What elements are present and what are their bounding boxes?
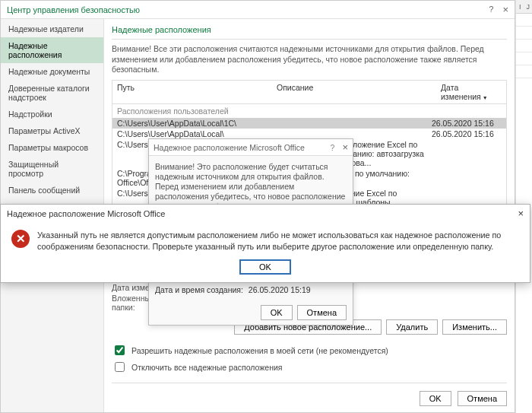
dialog-footer: OK Отмена <box>112 388 507 406</box>
disable-all-check[interactable]: Отключить все надежные расположения <box>112 360 507 374</box>
error-close-icon[interactable]: × <box>518 208 524 218</box>
sidebar-item[interactable]: Панель сообщений <box>1 182 103 199</box>
sub-close-icon[interactable]: × <box>342 142 348 152</box>
edit-button[interactable]: Изменить... <box>442 319 507 335</box>
allow-network-check[interactable]: Разрешить надежные расположения в моей с… <box>112 343 507 357</box>
ok-button[interactable]: OK <box>420 391 451 406</box>
list-header[interactable]: Путь Описание Дата изменения <box>112 81 506 104</box>
close-icon[interactable]: × <box>502 5 508 14</box>
window-title: Центр управления безопасностью <box>7 5 489 14</box>
options-checks: Разрешить надежные расположения в моей с… <box>112 341 507 376</box>
sidebar-item[interactable]: Надежные расположения <box>1 37 103 63</box>
sidebar-item[interactable]: Надежные издатели <box>1 21 103 37</box>
remove-button[interactable]: Удалить <box>386 319 438 335</box>
allow-network-checkbox[interactable] <box>115 345 125 355</box>
section-heading: Надежные расположения <box>112 25 507 34</box>
cancel-button[interactable]: Отмена <box>458 391 507 406</box>
error-icon: ✕ <box>11 230 30 248</box>
error-text: Указанный путь не является допустимым ра… <box>37 230 519 252</box>
sidebar-item[interactable]: Доверенные каталоги надстроек <box>1 80 103 106</box>
sub-ok-button[interactable]: OK <box>261 305 293 320</box>
sidebar-item[interactable]: Параметры ActiveX <box>1 122 103 139</box>
list-row[interactable]: C:\Users\User\AppData\Local\26.05.2020 1… <box>112 129 506 139</box>
list-row[interactable]: C:\Users\User\AppData\Local\1C\26.05.202… <box>112 118 506 129</box>
sub-dialog-title: Надежное расположение Microsoft Office <box>154 143 331 152</box>
col-desc: Описание <box>272 81 436 103</box>
disable-all-checkbox[interactable] <box>115 362 125 372</box>
sub-cancel-button[interactable]: Отмена <box>297 305 347 320</box>
help-icon[interactable]: ? <box>489 5 493 14</box>
sub-created-value: 26.05.2020 15:19 <box>249 285 311 294</box>
error-title: Надежное расположение Microsoft Office <box>7 209 518 218</box>
error-ok-button[interactable]: OK <box>239 259 291 275</box>
col-path: Путь <box>112 81 272 103</box>
sidebar-item[interactable]: Надстройки <box>1 106 103 122</box>
titlebar: Центр управления безопасностью ? × <box>1 1 515 19</box>
sub-help-icon[interactable]: ? <box>331 143 335 152</box>
section-warning: Внимание! Все эти расположения считаются… <box>112 44 507 75</box>
error-dialog: Надежное расположение Microsoft Office ×… <box>0 204 530 283</box>
sidebar-item[interactable]: Параметры макросов <box>1 139 103 156</box>
group-label: Расположения пользователей <box>112 104 506 118</box>
excel-col-header: IJ <box>516 0 532 14</box>
sidebar-item[interactable]: Надежные документы <box>1 63 103 80</box>
sidebar-item[interactable]: Защищенный просмотр <box>1 156 103 182</box>
col-date: Дата изменения <box>436 81 506 103</box>
sub-created-label: Дата и время создания: <box>155 285 243 294</box>
